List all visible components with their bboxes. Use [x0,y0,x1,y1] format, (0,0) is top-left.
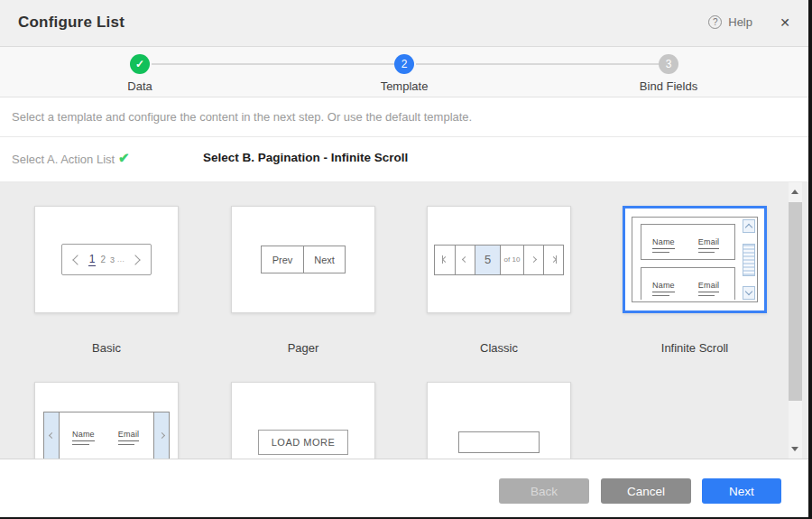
template-label-classic: Classic [427,341,571,355]
template-card-basic[interactable]: 1 2 3 ... [34,206,179,313]
template-card-pager[interactable]: Prev Next [231,206,375,313]
select-b-label: Select B. Pagination - Infinite Scroll [203,151,408,164]
template-card-infinite-scroll[interactable]: Name Email Name Email [623,206,767,313]
mock-scrollbar [742,219,755,300]
chevron-left-icon [455,246,475,274]
chevron-right-icon [523,246,543,274]
close-icon[interactable]: ✕ [780,15,790,30]
next-button[interactable]: Next [702,478,781,504]
step-complete-check-icon: ✓ [130,54,150,74]
email-field-label: Email [118,430,140,441]
selection-bar: Select A. Action List ✔ Select B. Pagina… [0,137,808,182]
email-field-label: Email [698,237,720,249]
email-field-label: Email [698,281,720,292]
dialog-header: Configure List ? Help ✕ [0,0,808,47]
help-icon: ? [708,15,722,29]
name-field-label: Name [652,237,675,249]
page-3: 3 [110,255,115,264]
mock-list: Name Email Name Email [634,219,742,300]
help-button[interactable]: ? Help [708,15,752,29]
chevron-right-icon [153,412,169,459]
page-title: Configure List [18,14,125,32]
step-data[interactable]: ✓ Data [77,54,203,93]
current-page: 1 [88,253,97,266]
empty-box-mock [458,431,540,453]
dialog-footer: Back Cancel Next [0,459,808,517]
infinite-scroll-mock: Name Email Name Email [632,217,758,302]
cancel-button[interactable]: Cancel [601,478,691,504]
carousel-mock: Name Email [43,412,170,459]
first-page-icon [435,246,455,274]
mock-list-item: Name Email [641,267,735,300]
configure-list-dialog: Configure List ? Help ✕ ✓ Data 2 Templat… [0,0,812,519]
scrollbar-up-icon[interactable] [791,190,798,194]
step-bind-fields[interactable]: 3 Bind Fields [605,54,732,93]
selection-check-icon: ✔ [118,150,130,166]
help-label: Help [728,15,752,29]
step-data-label: Data [77,79,203,93]
prev-button-mock: Prev [262,246,303,273]
chevron-right-icon [131,255,141,264]
step-template[interactable]: 2 Template [341,54,467,93]
chevron-left-icon [44,412,60,459]
wizard-stepper: ✓ Data 2 Template 3 Bind Fields [0,47,808,97]
basic-pagination-mock: 1 2 3 ... [61,244,152,275]
scrollbar-thumb[interactable] [789,202,802,401]
gallery-scrollbar[interactable] [789,182,802,459]
template-label-pager: Pager [231,341,375,355]
mock-list-item: Name Email [641,224,735,260]
ellipsis: ... [117,255,125,264]
template-card-blank[interactable] [427,382,571,459]
current-page: 5 [475,246,500,274]
template-card-load-more[interactable]: LOAD MORE [231,382,375,459]
page-2: 2 [100,255,106,264]
template-card-classic[interactable]: 5 of 10 [427,206,571,313]
step-bind-fields-label: Bind Fields [605,79,732,93]
mock-list-item: Name Email [60,412,153,459]
next-button-mock: Next [303,246,345,273]
of-total-label: of 10 [500,246,523,274]
template-label-infinite-scroll: Infinite Scroll [623,341,767,355]
pager-mock: Prev Next [261,246,346,273]
template-card-carousel[interactable]: Name Email [34,382,179,459]
name-field-label: Name [652,281,675,292]
select-a-label: Select A. Action List [12,153,115,166]
template-gallery: 1 2 3 ... Basic Prev Next Pager 5 of 10 [0,182,808,459]
window-right-edge [808,0,812,519]
last-page-icon [543,246,563,274]
name-field-label: Name [72,430,95,441]
scroll-down-icon [743,286,755,300]
template-label-basic: Basic [34,341,179,355]
chevron-left-icon [72,255,82,264]
classic-pagination-mock: 5 of 10 [434,245,564,275]
mock-scrollbar-thumb [743,244,755,276]
step-template-label: Template [341,79,467,93]
load-more-button-mock: LOAD MORE [258,430,349,455]
step-number-badge: 2 [394,54,414,74]
scroll-up-icon [743,219,755,233]
step-number-badge: 3 [659,54,678,74]
back-button[interactable]: Back [499,478,589,504]
instruction-text: Select a template and configure the cont… [0,97,808,137]
scrollbar-down-icon[interactable] [791,447,798,451]
